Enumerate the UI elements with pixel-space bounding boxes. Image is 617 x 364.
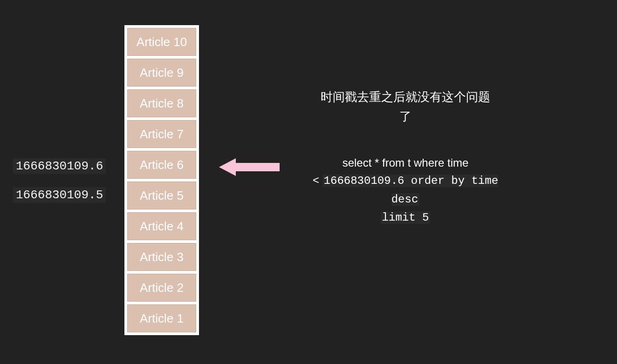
sql-query: select * from t where time < 1666830109.… <box>298 154 513 226</box>
list-item: Article 2 <box>127 274 196 302</box>
list-item: Article 4 <box>127 212 196 240</box>
list-item: Article 7 <box>127 120 196 148</box>
list-item: Article 1 <box>127 304 196 332</box>
comment-line-1: 时间戳去重之后就没有这个问题 <box>321 90 490 104</box>
timestamp-labels: 1666830109.6 1666830109.5 <box>13 158 106 216</box>
svg-marker-0 <box>219 158 280 176</box>
list-item: Article 9 <box>127 59 196 87</box>
article-list: Article 10 Article 9 Article 8 Article 7… <box>124 25 199 335</box>
timestamp-1: 1666830109.6 <box>13 158 106 174</box>
annotation-panel: 时间戳去重之后就没有这个问题 了 select * from t where t… <box>298 88 513 226</box>
sql-part-1: select * from t where time <box>343 156 469 169</box>
sql-mono-2: limit 5 <box>381 211 431 224</box>
sql-lt: < <box>313 174 319 186</box>
list-item: Article 5 <box>127 182 196 209</box>
comment-line-2: 了 <box>399 109 411 123</box>
list-item: Article 10 <box>127 28 196 56</box>
timestamp-2: 1666830109.5 <box>13 187 106 203</box>
list-item: Article 3 <box>127 243 196 271</box>
arrow-left-icon <box>219 156 280 180</box>
list-item: Article 8 <box>127 89 196 117</box>
sql-mono-1: 1666830109.6 order by time desc <box>322 175 498 205</box>
comment-text: 时间戳去重之后就没有这个问题 了 <box>298 88 513 126</box>
list-item: Article 6 <box>127 151 196 179</box>
